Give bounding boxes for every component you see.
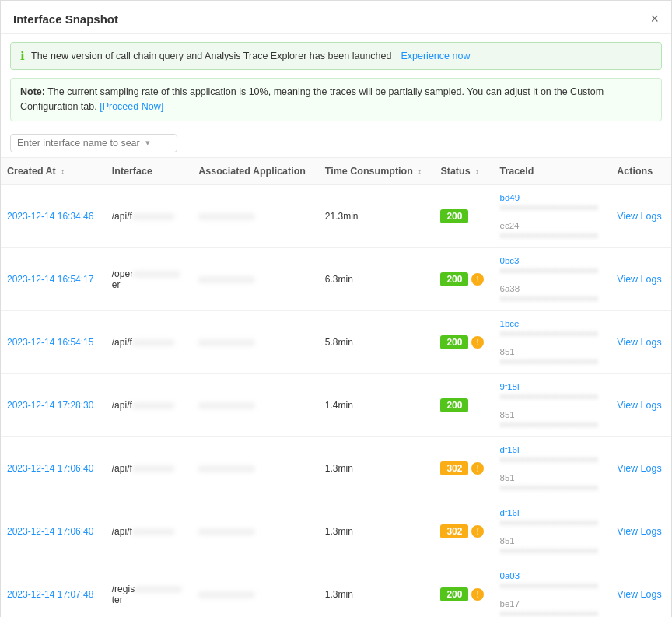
cell-created-at: 2023-12-14 16:54:17 [1, 247, 106, 310]
status-badge: 200 [440, 209, 468, 223]
col-actions: Actions [611, 157, 671, 184]
experience-now-link[interactable]: Experience now [401, 51, 470, 61]
cell-status: 200 [434, 373, 493, 436]
status-badge: 200 [440, 272, 468, 286]
modal-container: Interface Snapshot × ℹ The new version o… [0, 0, 672, 617]
cell-traceid: df16l xxxxxxxxxxxxxxxxxxxxxxx851 xxxxxxx… [494, 436, 611, 500]
cell-status: 200! [434, 310, 493, 373]
cell-actions[interactable]: View Logs [611, 500, 671, 563]
cell-actions[interactable]: View Logs [611, 310, 671, 373]
cell-interface: /api/fxxxxxxxxx [106, 184, 192, 247]
status-badge: 200 [440, 335, 468, 349]
cell-actions[interactable]: View Logs [611, 247, 671, 310]
table-row: 2023-12-14 17:07:48/regisxxxxxxxxxxterxx… [1, 563, 671, 617]
table-row: 2023-12-14 17:28:30/api/fxxxxxxxxxxxxxxx… [1, 373, 671, 436]
modal-title: Interface Snapshot [13, 12, 118, 26]
search-input[interactable] [17, 138, 145, 149]
cell-status: 200! [434, 247, 493, 310]
proceed-now-link[interactable]: [Proceed Now] [100, 101, 163, 112]
table-header-row: Created At ↕ Interface Associated Applic… [1, 157, 671, 184]
cell-traceid: 1bce xxxxxxxxxxxxxxxxxxxxxxx851 xxxxxxxx… [494, 310, 611, 373]
cell-status: 200! [434, 563, 493, 617]
cell-app: xxxxxxxxxxxx [192, 373, 319, 436]
cell-created-at: 2023-12-14 16:54:15 [1, 310, 106, 373]
cell-actions[interactable]: View Logs [611, 563, 671, 617]
cell-created-at: 2023-12-14 17:07:48 [1, 563, 106, 617]
chevron-down-icon: ▾ [145, 138, 150, 148]
table-row: 2023-12-14 17:06:40/api/fxxxxxxxxxxxxxxx… [1, 436, 671, 500]
data-table: Created At ↕ Interface Associated Applic… [1, 157, 671, 618]
cell-status: 302! [434, 500, 493, 563]
status-badge: 302 [440, 524, 468, 538]
cell-app: xxxxxxxxxxxx [192, 184, 319, 247]
note-label: Note: [20, 86, 45, 97]
col-app: Associated Application [192, 157, 319, 184]
cell-time: 6.3min [319, 247, 435, 310]
cell-time: 21.3min [319, 184, 435, 247]
warn-icon: ! [471, 525, 484, 538]
cell-app: xxxxxxxxxxxx [192, 247, 319, 310]
cell-app: xxxxxxxxxxxx [192, 500, 319, 563]
cell-traceid: 0bc3 xxxxxxxxxxxxxxxxxxxxxxx6a38 xxxxxxx… [494, 247, 611, 310]
col-status[interactable]: Status ↕ [434, 157, 493, 184]
modal-header: Interface Snapshot × [1, 1, 671, 34]
info-icon: ℹ [20, 49, 25, 63]
col-time[interactable]: Time Consumption ↕ [319, 157, 435, 184]
info-text: The new version of call chain query and … [31, 51, 391, 61]
cell-status: 200 [434, 184, 493, 247]
cell-actions[interactable]: View Logs [611, 184, 671, 247]
cell-time: 1.3min [319, 500, 435, 563]
cell-traceid: 0a03 xxxxxxxxxxxxxxxxxxxxxxxbe17 xxxxxxx… [494, 563, 611, 617]
table-row: 2023-12-14 16:34:46/api/fxxxxxxxxxxxxxxx… [1, 184, 671, 247]
table-row: 2023-12-14 16:54:17/operxxxxxxxxxxerxxxx… [1, 247, 671, 310]
search-dropdown[interactable]: ▾ [10, 134, 177, 152]
table-row: 2023-12-14 17:06:40/api/fxxxxxxxxxxxxxxx… [1, 500, 671, 563]
status-badge: 200 [440, 587, 468, 601]
cell-traceid: 9f18l xxxxxxxxxxxxxxxxxxxxxxx851 xxxxxxx… [494, 373, 611, 436]
cell-interface: /api/fxxxxxxxxx [106, 500, 192, 563]
sort-icon-time: ↕ [418, 167, 422, 176]
cell-app: xxxxxxxxxxxx [192, 436, 319, 500]
cell-created-at: 2023-12-14 17:28:30 [1, 373, 106, 436]
note-banner: Note: The current sampling rate of this … [10, 78, 662, 121]
info-banner: ℹ The new version of call chain query an… [10, 42, 662, 70]
cell-actions[interactable]: View Logs [611, 436, 671, 500]
cell-status: 302! [434, 436, 493, 500]
cell-app: xxxxxxxxxxxx [192, 310, 319, 373]
status-badge: 200 [440, 398, 468, 412]
cell-interface: /operxxxxxxxxxxer [106, 247, 192, 310]
cell-time: 1.3min [319, 436, 435, 500]
toolbar: ▾ [1, 129, 671, 157]
cell-interface: /api/fxxxxxxxxx [106, 310, 192, 373]
warn-icon: ! [471, 462, 484, 475]
cell-time: 1.4min [319, 373, 435, 436]
close-button[interactable]: × [650, 12, 659, 26]
cell-time: 1.3min [319, 563, 435, 617]
table-row: 2023-12-14 16:54:15/api/fxxxxxxxxxxxxxxx… [1, 310, 671, 373]
cell-created-at: 2023-12-14 16:34:46 [1, 184, 106, 247]
cell-interface: /api/fxxxxxxxxx [106, 373, 192, 436]
col-created-at[interactable]: Created At ↕ [1, 157, 106, 184]
warn-icon: ! [471, 336, 484, 349]
col-traceid: TraceId [494, 157, 611, 184]
cell-interface: /regisxxxxxxxxxxter [106, 563, 192, 617]
cell-time: 5.8min [319, 310, 435, 373]
cell-actions[interactable]: View Logs [611, 373, 671, 436]
warn-icon: ! [471, 273, 484, 286]
warn-icon: ! [471, 588, 484, 601]
sort-icon-created-at: ↕ [61, 167, 65, 176]
cell-created-at: 2023-12-14 17:06:40 [1, 500, 106, 563]
cell-traceid: df16l xxxxxxxxxxxxxxxxxxxxxxx851 xxxxxxx… [494, 500, 611, 563]
sort-icon-status: ↕ [475, 167, 479, 176]
cell-interface: /api/fxxxxxxxxx [106, 436, 192, 500]
cell-app: xxxxxxxxxxxx [192, 563, 319, 617]
cell-traceid: bd49 xxxxxxxxxxxxxxxxxxxxxxxec24 xxxxxxx… [494, 184, 611, 247]
cell-created-at: 2023-12-14 17:06:40 [1, 436, 106, 500]
status-badge: 302 [440, 461, 468, 475]
col-interface: Interface [106, 157, 192, 184]
